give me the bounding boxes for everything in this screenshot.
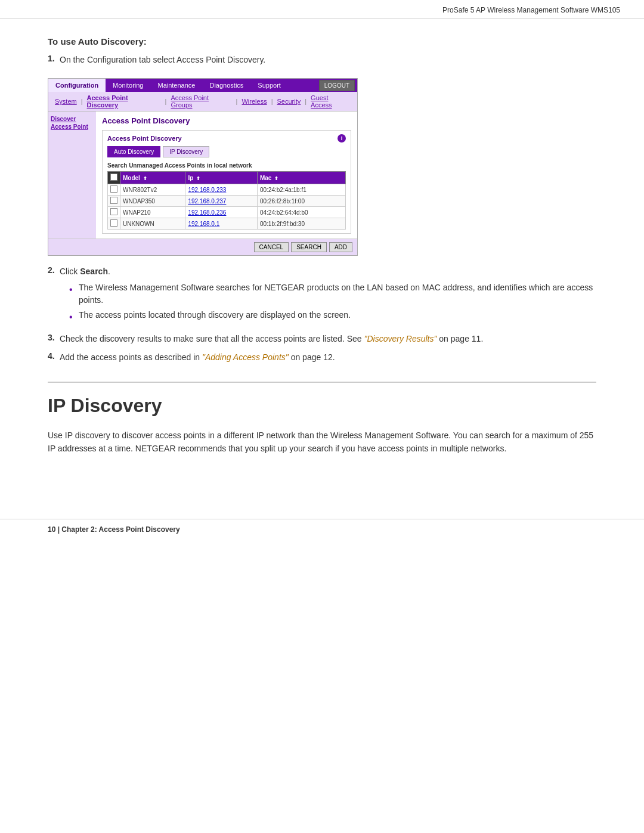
step-1-content: On the Configuration tab select Access P… xyxy=(60,54,596,66)
table-row: UNKNOWN 192.168.0.1 00:1b:2f:9f:bd:30 xyxy=(108,218,346,230)
row3-check[interactable] xyxy=(108,207,120,218)
step-3-text2: on page 11. xyxy=(436,334,483,343)
sub-nav-security[interactable]: Security xyxy=(275,97,303,106)
steps-container: 1. On the Configuration tab select Acces… xyxy=(48,54,596,66)
nav-bar: Configuration Monitoring Maintenance Dia… xyxy=(48,79,357,92)
search-button[interactable]: SEARCH xyxy=(291,242,327,252)
panel-title: Access Point Discovery xyxy=(102,116,351,125)
step-3-row: 3. Check the discovery results to make s… xyxy=(48,333,596,345)
auto-discovery-tab[interactable]: Auto Discovery xyxy=(107,146,160,157)
step-3-content: Check the discovery results to make sure… xyxy=(60,333,596,345)
header-title: ProSafe 5 AP Wireless Management Softwar… xyxy=(442,6,620,14)
step-3-text: Check the discovery results to make sure… xyxy=(60,334,364,343)
step-2-text: Click xyxy=(60,267,80,276)
content-area: To use Auto Discovery: 1. On the Configu… xyxy=(0,18,644,483)
row3-mac: 04:24:b2:64:4d:b0 xyxy=(257,207,345,218)
step-1-number: 1. xyxy=(48,54,60,63)
row1-ip[interactable]: 192.168.0.233 xyxy=(185,184,258,196)
ip-discovery-title: IP Discovery xyxy=(48,382,596,417)
ip-discovery-paragraph: Use IP discovery to discover access poin… xyxy=(48,429,596,456)
nav-tab-diagnostics[interactable]: Diagnostics xyxy=(202,79,250,92)
screenshot-inner: Discover Access Point Access Point Disco… xyxy=(48,112,357,239)
step-3-number: 3. xyxy=(48,333,60,342)
row4-ip[interactable]: 192.168.0.1 xyxy=(185,218,258,230)
row1-check[interactable] xyxy=(108,184,120,196)
logout-button[interactable]: LOGOUT xyxy=(319,80,355,91)
row4-model: UNKNOWN xyxy=(120,218,185,230)
sub-nav-access-point-discovery[interactable]: Access Point Discovery xyxy=(85,94,163,109)
footer-page-info: 10 | Chapter 2: Access Point Discovery xyxy=(48,525,180,534)
sub-nav-access-point-groups[interactable]: Access Point Groups xyxy=(169,94,233,109)
sub-nav-wireless[interactable]: Wireless xyxy=(240,97,268,106)
step-2-bold: Search xyxy=(80,267,108,276)
bullet-dot-1: • xyxy=(69,283,79,297)
ap-table: Model ⬆ Ip ⬆ Mac ⬆ WNR802Tv2 192.168.0.2… xyxy=(107,171,346,230)
page-footer: 10 | Chapter 2: Access Point Discovery xyxy=(0,519,644,540)
step-2-content: Click Search. • The Wireless Management … xyxy=(60,265,596,327)
cancel-button[interactable]: CANCEL xyxy=(254,242,289,252)
bullet-text-2: The access points located through discov… xyxy=(79,309,351,321)
step-4-number: 4. xyxy=(48,351,60,361)
row1-mac: 00:24:b2:4a:1b:f1 xyxy=(257,184,345,196)
nav-tab-maintenance[interactable]: Maintenance xyxy=(150,79,202,92)
table-header-model[interactable]: Model ⬆ xyxy=(120,172,185,184)
discovery-section-title: Access Point Discovery i xyxy=(107,134,346,143)
nav-tab-monitoring[interactable]: Monitoring xyxy=(106,79,150,92)
nav-tab-configuration[interactable]: Configuration xyxy=(48,79,106,92)
nav-tab-support[interactable]: Support xyxy=(250,79,288,92)
table-row: WNDAP350 192.168.0.237 00:26:f2:8b:1f:00 xyxy=(108,196,346,207)
search-label: Search Unmanaged Access Points in local … xyxy=(107,162,346,169)
bullet-list: • The Wireless Management Software searc… xyxy=(69,281,596,324)
step-1-text: On the Configuration tab select Access P… xyxy=(60,55,265,64)
step-2-row: 2. Click Search. • The Wireless Manageme… xyxy=(48,265,596,327)
table-header-mac[interactable]: Mac ⬆ xyxy=(257,172,345,184)
table-header-checkbox xyxy=(108,172,120,184)
ip-discovery-tab[interactable]: IP Discovery xyxy=(163,146,209,157)
sidebar-discover-access-point[interactable]: Discover Access Point xyxy=(51,116,88,130)
table-row: WNAP210 192.168.0.236 04:24:b2:64:4d:b0 xyxy=(108,207,346,218)
step-4-content: Add the access points as described in "A… xyxy=(60,351,596,364)
sidebar-panel: Discover Access Point xyxy=(48,112,96,239)
row4-mac: 00:1b:2f:9f:bd:30 xyxy=(257,218,345,230)
step-4-row: 4. Add the access points as described in… xyxy=(48,351,596,364)
step-4-text: Add the access points as described in xyxy=(60,352,202,362)
row2-ip[interactable]: 192.168.0.237 xyxy=(185,196,258,207)
main-panel: Access Point Discovery Access Point Disc… xyxy=(96,112,357,239)
row3-model: WNAP210 xyxy=(120,207,185,218)
row3-ip[interactable]: 192.168.0.236 xyxy=(185,207,258,218)
step-3-link[interactable]: "Discovery Results" xyxy=(364,334,436,343)
sub-nav-bar: System | Access Point Discovery | Access… xyxy=(48,92,357,112)
step-4-link[interactable]: "Adding Access Points" xyxy=(202,352,289,362)
discovery-tabs: Auto Discovery IP Discovery xyxy=(107,146,346,157)
discovery-section: Access Point Discovery i Auto Discovery … xyxy=(102,130,351,234)
screenshot-box: Configuration Monitoring Maintenance Dia… xyxy=(48,78,358,256)
bullet-item-2: • The access points located through disc… xyxy=(69,309,596,324)
row4-check[interactable] xyxy=(108,218,120,230)
step-4-text2: on page 12. xyxy=(289,352,335,362)
info-icon: i xyxy=(338,134,346,143)
row2-mac: 00:26:f2:8b:1f:00 xyxy=(257,196,345,207)
section-heading: To use Auto Discovery: xyxy=(48,36,596,47)
sub-nav-system[interactable]: System xyxy=(53,97,79,106)
row1-model: WNR802Tv2 xyxy=(120,184,185,196)
table-row: WNR802Tv2 192.168.0.233 00:24:b2:4a:1b:f… xyxy=(108,184,346,196)
bullet-item-1: • The Wireless Management Software searc… xyxy=(69,281,596,306)
add-button[interactable]: ADD xyxy=(329,242,352,252)
table-header-ip[interactable]: Ip ⬆ xyxy=(185,172,258,184)
row2-model: WNDAP350 xyxy=(120,196,185,207)
step-2-number: 2. xyxy=(48,265,60,275)
page-header: ProSafe 5 AP Wireless Management Softwar… xyxy=(0,0,644,18)
row2-check[interactable] xyxy=(108,196,120,207)
step-2-container: 2. Click Search. • The Wireless Manageme… xyxy=(48,265,596,364)
sub-nav-guest-access[interactable]: Guest Access xyxy=(309,94,352,109)
bullet-dot-2: • xyxy=(69,310,79,324)
screenshot-bottom-bar: CANCEL SEARCH ADD xyxy=(48,239,357,255)
step-1-row: 1. On the Configuration tab select Acces… xyxy=(48,54,596,66)
bullet-text-1: The Wireless Management Software searche… xyxy=(79,281,596,306)
